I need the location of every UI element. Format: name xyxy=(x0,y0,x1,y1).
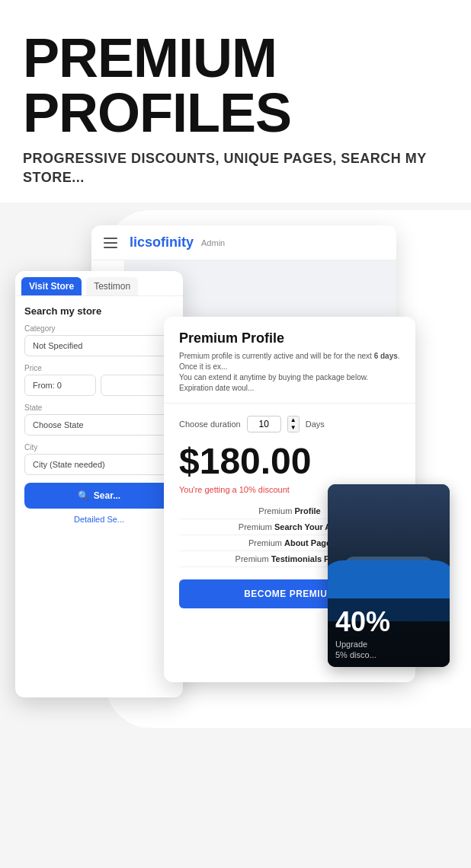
store-panel: Visit Store Testimon Search my store Cat… xyxy=(15,271,183,697)
promo-percent: 40% xyxy=(335,606,442,638)
premium-header: Premium Profile Premium profile is curre… xyxy=(164,317,415,404)
promo-overlay: 40% Upgrade 5% disco... xyxy=(328,598,450,667)
promo-text-line1: Upgrade xyxy=(335,640,442,649)
screenshots-container: licsofinity Admin ⚙️ 📍 🔔 15 🚗 💼 🛒 👤 🛍️ 📥… xyxy=(0,210,471,758)
city-input[interactable] xyxy=(24,454,174,475)
state-group: State xyxy=(24,404,174,436)
price-row xyxy=(24,375,174,396)
premium-description: Premium profile is currently active and … xyxy=(179,351,400,394)
category-input[interactable] xyxy=(24,335,174,356)
tab-visit-store[interactable]: Visit Store xyxy=(21,277,82,295)
promo-card: 40% Upgrade 5% disco... xyxy=(328,484,450,667)
store-tabs: Visit Store Testimon xyxy=(15,271,183,296)
premium-title: Premium Profile xyxy=(179,330,400,346)
state-input[interactable] xyxy=(24,414,174,436)
stepper-down[interactable]: ▼ xyxy=(288,424,299,432)
stepper-up[interactable]: ▲ xyxy=(288,416,299,424)
category-label: Category xyxy=(24,324,174,333)
duration-stepper: ▲ ▼ xyxy=(287,416,300,432)
city-group: City xyxy=(24,443,174,475)
price-group: Price xyxy=(24,364,174,396)
hero-title: PREMIUM PROFILES xyxy=(23,30,448,140)
city-label: City xyxy=(24,443,174,452)
search-icon: 🔍 xyxy=(78,490,89,501)
promo-text-line2: 5% disco... xyxy=(335,650,442,659)
store-body: Search my store Category Price State Cit… xyxy=(15,296,183,533)
category-group: Category xyxy=(24,324,174,356)
hero-section: PREMIUM PROFILES PROGRESSIVE DISCOUNTS, … xyxy=(0,0,471,203)
duration-input[interactable] xyxy=(247,416,281,432)
admin-header: licsofinity Admin xyxy=(91,225,396,260)
price-label: Price xyxy=(24,364,174,372)
price-from-input[interactable] xyxy=(24,375,96,396)
admin-logo: licsofinity xyxy=(130,235,194,251)
duration-label: Choose duration xyxy=(179,420,241,429)
admin-badge: Admin xyxy=(201,238,225,247)
duration-row: Choose duration ▲ ▼ Days xyxy=(179,416,400,432)
duration-unit: Days xyxy=(306,420,325,429)
search-button[interactable]: 🔍 Sear... xyxy=(24,483,174,509)
hamburger-icon xyxy=(104,238,117,248)
detailed-search-link[interactable]: Detailed Se... xyxy=(24,515,174,524)
store-search-title: Search my store xyxy=(24,305,174,317)
price-to-input[interactable] xyxy=(101,375,172,396)
state-label: State xyxy=(24,404,174,412)
hero-subtitle: PROGRESSIVE DISCOUNTS, UNIQUE PAGES, SEA… xyxy=(23,149,448,187)
price-display: $180.00 xyxy=(179,440,400,482)
tab-testimonials[interactable]: Testimon xyxy=(86,277,138,295)
